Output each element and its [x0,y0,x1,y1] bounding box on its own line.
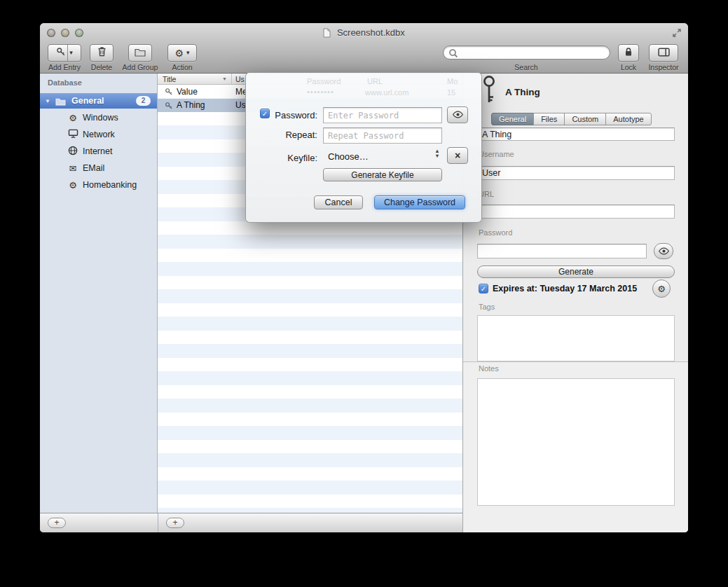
key-icon [56,47,66,60]
bottom-bar: + + [40,513,462,532]
entry-username: Us [235,100,246,110]
tab-files[interactable]: Files [533,113,565,125]
add-group-plus-button[interactable]: + [48,518,66,528]
change-password-button-label: Change Password [384,198,455,207]
sidebar-item-homebanking[interactable]: ⚙ Homebanking [40,177,157,193]
stepper-icon[interactable]: ▲ ▼ [432,149,442,158]
add-entry-plus-button[interactable]: + [166,518,184,528]
globe-icon [67,146,78,158]
sidebar-item-label: Network [83,130,115,139]
add-group-button[interactable] [128,44,152,62]
document-icon [323,27,331,39]
disclosure-triangle-icon[interactable]: ▼ [45,98,50,104]
window-title-text: Screenshot.kdbx [337,27,405,38]
key-icon [165,102,173,112]
inspector-entry-title: A Thing [505,87,540,97]
title-bar[interactable]: Screenshot.kdbx [40,27,688,38]
key-icon [165,88,173,98]
search-label: Search [514,63,537,71]
add-entry-button[interactable]: ▾ [48,44,81,62]
notes-label: Notes [479,364,499,373]
sidebar-item-label: Windows [83,113,118,123]
inspector-button[interactable] [649,44,678,62]
notes-input[interactable] [477,378,675,506]
username-label: Username [479,150,514,158]
entry-title: A Thing [177,100,205,110]
gear-icon: ⚙ [174,48,184,58]
dialog-keyfile-label: Keyfile: [258,153,317,163]
generate-password-button[interactable]: Generate [477,265,675,278]
lock-icon [624,47,633,60]
fullscreen-icon[interactable] [672,28,682,41]
tags-label: Tags [479,303,495,311]
group-count-badge: 2 [136,96,151,106]
search-field[interactable] [443,46,610,60]
action-button[interactable]: ⚙ ▾ [167,44,197,62]
close-icon: × [455,150,460,161]
sidebar-item-network[interactable]: Network [40,126,157,143]
envelope-icon: ✉ [67,163,78,174]
show-password-button[interactable] [447,106,468,123]
generate-keyfile-button[interactable]: Generate Keyfile [323,168,442,181]
delete-button[interactable] [90,44,114,62]
tab-autotype[interactable]: Autotype [605,113,651,125]
chevron-down-icon: ▾ [186,50,190,56]
gear-icon: ⚙ [657,284,666,294]
tab-custom[interactable]: Custom [564,113,606,125]
sidebar-item-internet[interactable]: Internet [40,143,157,160]
inspector-panel: A Thing General Files Custom Autotype Us… [462,74,688,532]
faded-password-dots: •••••••• [307,88,334,96]
expires-checkbox[interactable]: ✓ [479,284,488,294]
column-header-username[interactable]: Us [235,75,245,83]
search-icon [448,48,458,61]
change-password-button[interactable]: Change Password [374,195,465,209]
lock-label: Lock [621,63,636,71]
sidebar-group-general[interactable]: ▼ General 2 [40,93,157,109]
show-password-button[interactable] [654,243,673,259]
folder-icon [55,96,66,109]
column-divider[interactable] [231,74,232,84]
sidebar-item-windows[interactable]: ⚙ Windows [40,109,157,126]
new-password-input[interactable] [323,107,442,123]
sidebar-item-label: Homebanking [83,180,137,190]
dialog-repeat-label: Repeat: [258,130,317,140]
window-chrome: Screenshot.kdbx ▾ Add Entry Delete Add G… [40,23,688,74]
repeat-password-input[interactable] [323,127,442,144]
column-header-title[interactable]: Title [163,75,176,83]
keyfile-popup[interactable]: Choose… [328,151,369,162]
app-window: Screenshot.kdbx ▾ Add Entry Delete Add G… [40,23,688,532]
search-input[interactable] [460,47,604,58]
sidebar-section-header: Database [48,78,82,87]
entry-title: Value [177,87,198,97]
eye-icon [658,245,670,258]
sort-indicator-icon: ▼ [222,76,227,81]
sidebar-item-label: EMail [83,163,104,173]
folder-icon [135,47,146,60]
expires-gear-button[interactable]: ⚙ [652,279,671,298]
add-entry-label: Add Entry [48,63,81,71]
cancel-button[interactable]: Cancel [314,195,363,209]
inspector-tabs: General Files Custom Autotype [491,113,652,125]
tags-input[interactable] [477,315,675,361]
cancel-button-label: Cancel [325,198,352,207]
trash-icon [97,46,107,60]
dialog-password-label: Password: [258,110,317,120]
chevron-down-icon[interactable]: ▾ [69,50,73,56]
change-password-dialog: Password URL Mo •••••••• www.url.com 15 … [245,72,482,223]
url-field[interactable] [477,205,675,219]
generate-button-label: Generate [558,267,593,277]
password-field[interactable] [477,244,647,258]
faded-url-value: www.url.com [365,88,408,97]
sidebar-group-label: General [71,96,104,106]
delete-label: Delete [91,63,112,71]
sidebar-item-email[interactable]: ✉ EMail [40,160,157,177]
action-label: Action [172,63,192,71]
username-field[interactable] [477,166,675,180]
clear-keyfile-button[interactable]: × [447,147,468,164]
lock-button[interactable] [618,44,639,62]
tab-general[interactable]: General [491,113,534,125]
stepper-down-icon[interactable]: ▼ [432,153,442,158]
expires-label: Expires at: Tuesday 17 March 2015 [493,284,637,294]
title-field[interactable] [477,127,675,141]
add-group-label: Add Group [123,63,158,71]
